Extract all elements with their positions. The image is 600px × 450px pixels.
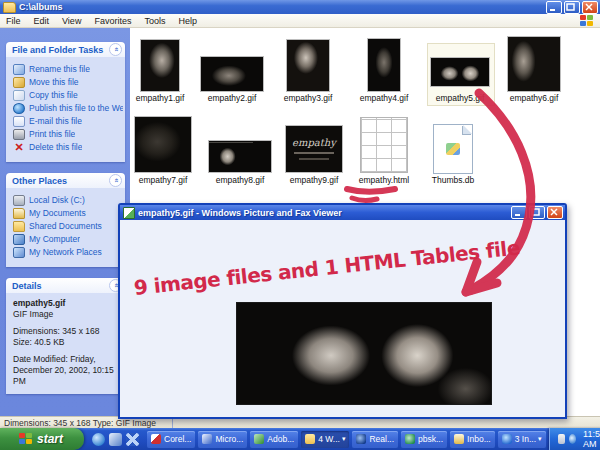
- menu-edit[interactable]: Edit: [34, 16, 50, 26]
- task-move-file[interactable]: Move this file: [13, 77, 123, 88]
- start-label: start: [37, 432, 63, 446]
- collapse-chevron-icon[interactable]: «: [109, 43, 122, 56]
- taskbar-button-inbox[interactable]: Inbo...: [450, 431, 495, 448]
- adobe-app-icon: [254, 434, 264, 444]
- viewer-minimize-button[interactable]: [511, 206, 527, 219]
- folder-icon: [3, 2, 16, 13]
- file-thumbnail-empathy5[interactable]: [431, 58, 489, 86]
- taskbar-button-corel[interactable]: Corel...: [147, 431, 195, 448]
- file-thumbnail-empathy1[interactable]: [141, 40, 179, 91]
- file-label[interactable]: empathy6.gif: [497, 93, 571, 103]
- taskbar: start Corel... Micro... Adob... 4 W...▾ …: [0, 428, 600, 450]
- details-modified-2: December 20, 2002, 10:15 PM: [13, 365, 123, 387]
- publish-web-icon: [13, 103, 25, 114]
- close-button[interactable]: [582, 1, 598, 14]
- task-email-file[interactable]: E-mail this file: [13, 116, 123, 127]
- realplayer-icon: [356, 434, 366, 444]
- taskbar-button-pbsk[interactable]: pbsk...: [401, 431, 447, 448]
- start-button[interactable]: start: [0, 428, 84, 450]
- menu-file[interactable]: File: [6, 16, 21, 26]
- details-dimensions: Dimensions: 345 x 168: [13, 326, 123, 337]
- empathy-title-text: empathy: [292, 138, 336, 148]
- file-thumbnail-empathy3[interactable]: [287, 40, 329, 91]
- internet-explorer-icon: [502, 434, 512, 444]
- file-thumbnail-empathy-html[interactable]: [361, 118, 407, 172]
- internet-explorer-icon[interactable]: [92, 433, 105, 446]
- file-label[interactable]: empathy.html: [347, 175, 421, 185]
- menu-view[interactable]: View: [62, 16, 81, 26]
- file-label[interactable]: empathy9.gif: [277, 175, 351, 185]
- file-label[interactable]: empathy8.gif: [203, 175, 277, 185]
- details-modified: Date Modified: Friday,: [13, 354, 123, 365]
- place-my-documents[interactable]: My Documents: [13, 208, 123, 219]
- task-delete-file[interactable]: ✕Delete this file: [13, 142, 123, 153]
- place-local-disk[interactable]: Local Disk (C:): [13, 195, 123, 206]
- group-dropdown-icon[interactable]: ▾: [538, 435, 542, 443]
- taskbar-button-real[interactable]: Real...: [352, 431, 398, 448]
- maximize-button[interactable]: [564, 1, 580, 14]
- delete-x-icon: ✕: [13, 142, 25, 153]
- place-my-network[interactable]: My Network Places: [13, 247, 123, 258]
- file-label[interactable]: empathy1.gif: [123, 93, 197, 103]
- file-thumbnail-empathy4[interactable]: [368, 39, 400, 91]
- taskbar-button-microsoft[interactable]: Micro...: [198, 431, 247, 448]
- file-and-folder-tasks-pane: File and Folder Tasks « Rename this file…: [6, 42, 125, 162]
- tray-app-icon[interactable]: [569, 434, 576, 444]
- pane-title: Other Places: [12, 176, 109, 186]
- file-label[interactable]: empathy2.gif: [195, 93, 269, 103]
- shared-folder-icon: [13, 221, 25, 232]
- file-thumbnail-empathy2[interactable]: [201, 57, 263, 91]
- viewer-image-empathy5: [237, 303, 491, 404]
- pane-header[interactable]: Other Places «: [6, 173, 125, 188]
- file-thumbnail-empathy6[interactable]: [508, 37, 560, 91]
- task-copy-file[interactable]: Copy this file: [13, 90, 123, 101]
- details-filetype: GIF Image: [13, 309, 123, 320]
- disk-icon: [13, 195, 25, 206]
- file-label[interactable]: empathy7.gif: [126, 175, 200, 185]
- file-thumbnail-empathy7[interactable]: [135, 117, 191, 172]
- tray-clock: 11:51 AM: [583, 429, 600, 449]
- menu-help[interactable]: Help: [178, 16, 197, 26]
- pane-header[interactable]: File and Folder Tasks «: [6, 42, 125, 57]
- details-pane: Details « empathy5.gif GIF Image Dimensi…: [6, 278, 125, 394]
- group-dropdown-icon[interactable]: ▾: [342, 435, 346, 443]
- place-my-computer[interactable]: My Computer: [13, 234, 123, 245]
- file-icon-thumbs-db[interactable]: [433, 124, 473, 174]
- task-print-file[interactable]: Print this file: [13, 129, 123, 140]
- collapse-chevron-icon[interactable]: «: [109, 174, 122, 187]
- pane-header[interactable]: Details «: [6, 278, 125, 293]
- place-shared-documents[interactable]: Shared Documents: [13, 221, 123, 232]
- windows-logo-icon: [580, 15, 594, 27]
- outlook-icon[interactable]: [109, 433, 122, 446]
- taskbar-group-internet-explorer[interactable]: 3 In...▾: [498, 431, 546, 448]
- file-label[interactable]: Thumbs.db: [416, 175, 490, 185]
- viewer-maximize-button[interactable]: [529, 206, 545, 219]
- task-rename-file[interactable]: Rename this file: [13, 64, 123, 75]
- quick-launch: [92, 433, 143, 446]
- taskbar-button-adobe[interactable]: Adob...: [250, 431, 298, 448]
- viewer-close-button[interactable]: [547, 206, 563, 219]
- rename-icon: [13, 64, 25, 75]
- file-label-selected[interactable]: empathy5.gif: [423, 93, 497, 103]
- pane-title: Details: [12, 281, 109, 291]
- task-publish-file[interactable]: Publish this file to the Web: [13, 103, 123, 114]
- pbskids-icon: [405, 434, 415, 444]
- minimize-button[interactable]: [546, 1, 562, 14]
- menu-favorites[interactable]: Favorites: [94, 16, 131, 26]
- picture-viewer-icon: [123, 207, 135, 219]
- taskbar-group-windows-explorer[interactable]: 4 W...▾: [301, 431, 349, 448]
- viewer-titlebar[interactable]: empathy5.gif - Windows Picture and Fax V…: [120, 205, 565, 220]
- file-label[interactable]: empathy3.gif: [271, 93, 345, 103]
- db-glyph-icon: [446, 143, 460, 155]
- menu-tools[interactable]: Tools: [144, 16, 165, 26]
- tray-status-icon[interactable]: [558, 434, 565, 444]
- file-thumbnail-empathy9[interactable]: empathy: [286, 126, 342, 172]
- move-icon: [13, 77, 25, 88]
- menubar: File Edit View Favorites Tools Help: [0, 14, 600, 28]
- my-documents-icon: [13, 208, 25, 219]
- file-label[interactable]: empathy4.gif: [347, 93, 421, 103]
- email-icon: [13, 116, 25, 127]
- file-thumbnail-empathy8[interactable]: [209, 141, 271, 172]
- status-divider: [172, 419, 173, 428]
- show-desktop-icon[interactable]: [126, 433, 139, 446]
